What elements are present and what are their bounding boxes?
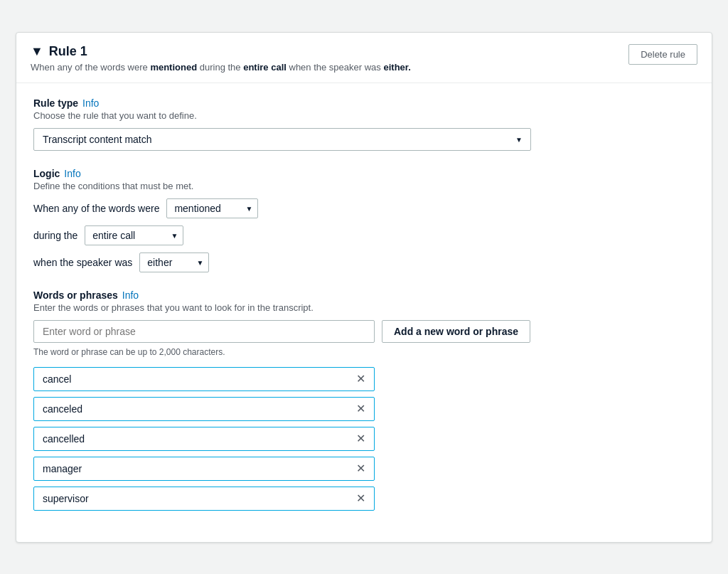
logic-row-2: during the entire call first 30 seconds … [33,225,695,245]
during-dropdown[interactable]: entire call first 30 seconds last 30 sec… [85,225,183,245]
logic-info-link[interactable]: Info [64,168,80,179]
words-input-row: Add a new word or phrase [33,320,695,343]
rule-type-desc: Choose the rule that you want to define. [33,110,695,121]
add-word-button[interactable]: Add a new word or phrase [382,320,530,343]
remove-word-icon[interactable]: ✕ [356,403,365,415]
rule-subtitle: When any of the words were mentioned dur… [31,62,411,73]
rule-type-dropdown[interactable]: Transcript content match Sentiment Non-t… [33,128,531,151]
mentioned-dropdown-wrapper: mentioned not mentioned [166,198,258,218]
logic-text: Logic [33,168,60,179]
rule-title: ▼ Rule 1 [31,44,411,59]
logic-row3-prefix: when the speaker was [33,257,132,268]
word-tag: cancel✕ [33,367,375,391]
rule-type-text: Rule type [33,97,78,109]
word-tag-value: cancelled [43,433,85,445]
words-label: Words or phrases Info [33,289,695,301]
remove-word-icon[interactable]: ✕ [356,463,365,474]
word-tags-list: cancel✕canceled✕cancelled✕manager✕superv… [33,367,695,511]
word-tag-value: supervisor [43,493,89,504]
word-tag-value: canceled [43,403,82,415]
during-dropdown-wrapper: entire call first 30 seconds last 30 sec… [85,225,183,245]
logic-row-3: when the speaker was either agent custom… [33,253,695,272]
logic-row1-prefix: When any of the words were [33,203,159,214]
speaker-dropdown-wrapper: either agent customer [139,253,209,272]
rule-header: ▼ Rule 1 When any of the words were ment… [16,33,712,83]
logic-section: Logic Info Define the conditions that mu… [33,168,695,272]
remove-word-icon[interactable]: ✕ [356,433,365,445]
rule-body: Rule type Info Choose the rule that you … [16,83,712,542]
word-tag-value: manager [43,463,82,474]
logic-row2-prefix: during the [33,230,77,241]
rule-title-section: ▼ Rule 1 When any of the words were ment… [31,44,411,73]
words-text: Words or phrases [33,289,118,301]
word-tag: manager✕ [33,457,375,481]
word-tag: cancelled✕ [33,427,375,451]
subtitle-when: when the speaker was [289,62,384,73]
delete-rule-button[interactable]: Delete rule [628,44,697,65]
char-limit-note: The word or phrase can be up to 2,000 ch… [33,347,695,357]
subtitle-mentioned: mentioned [150,62,197,73]
collapse-arrow-icon[interactable]: ▼ [31,44,43,59]
logic-desc: Define the conditions that must be met. [33,181,695,191]
subtitle-prefix: When any of the words were [31,62,148,73]
rule-type-section: Rule type Info Choose the rule that you … [33,97,695,151]
subtitle-mid: during the [200,62,243,73]
logic-label: Logic Info [33,168,695,179]
speaker-dropdown[interactable]: either agent customer [139,253,209,272]
subtitle-entire-call: entire call [243,62,287,73]
word-input[interactable] [33,320,375,343]
mentioned-dropdown[interactable]: mentioned not mentioned [166,198,258,218]
words-desc: Enter the words or phrases that you want… [33,302,695,313]
rule-type-dropdown-wrapper: Transcript content match Sentiment Non-t… [33,128,531,151]
rule-type-label: Rule type Info [33,97,695,109]
words-info-link[interactable]: Info [122,289,139,301]
rule-title-text: Rule 1 [49,44,87,59]
words-section: Words or phrases Info Enter the words or… [33,289,695,511]
rule-type-info-link[interactable]: Info [82,97,99,109]
logic-row-1: When any of the words were mentioned not… [33,198,695,218]
word-tag: supervisor✕ [33,487,375,511]
subtitle-either: either. [383,62,410,73]
word-tag-value: cancel [43,373,71,385]
rule-card: ▼ Rule 1 When any of the words were ment… [16,32,712,543]
remove-word-icon[interactable]: ✕ [356,493,365,504]
remove-word-icon[interactable]: ✕ [356,373,365,385]
word-tag: canceled✕ [33,397,375,421]
